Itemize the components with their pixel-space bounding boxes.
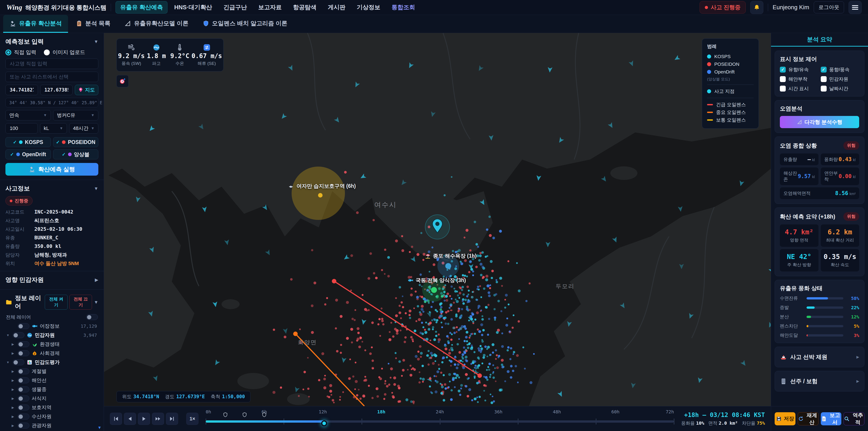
- amount-input[interactable]: [5, 123, 38, 133]
- tree-expand-icon[interactable]: ▼: [5, 361, 10, 364]
- skip-to-end-button[interactable]: [166, 413, 178, 425]
- danger-badge: 위험: [843, 141, 859, 150]
- checkbox-icon: [780, 86, 786, 92]
- stat-weathered: 풍화량0.43kl: [821, 153, 860, 165]
- accident-point-marker[interactable]: [432, 219, 443, 235]
- layer-toggle[interactable]: [18, 423, 29, 429]
- tree-expand-icon[interactable]: ▶: [10, 370, 16, 373]
- layer-toggle[interactable]: [18, 387, 29, 392]
- tree-expand-icon[interactable]: ▶: [10, 378, 16, 382]
- chevron-down-icon: ▼: [91, 126, 94, 130]
- timeline-slider[interactable]: 0h6h12h18h24h36h48h60h72h: [204, 406, 676, 431]
- nav-item-reports[interactable]: 보고자료: [254, 1, 286, 13]
- nav-item-weather[interactable]: 기상정보: [352, 1, 385, 13]
- recenter-target-button[interactable]: [116, 75, 129, 87]
- longitude-input[interactable]: [40, 85, 73, 95]
- nav-item-hns[interactable]: HNS·대기확산: [170, 1, 217, 13]
- radio-image-upload[interactable]: 이미지 업로드: [44, 49, 85, 56]
- tree-expand-icon[interactable]: ▶: [10, 424, 16, 427]
- model-chip-kosps[interactable]: ✓ KOSPS: [5, 137, 51, 147]
- unit-select[interactable]: kL▼: [40, 123, 67, 133]
- nav-item-rescue[interactable]: 긴급구난: [219, 1, 251, 13]
- duration-select[interactable]: 48시간▼: [69, 123, 98, 133]
- tree-expand-icon[interactable]: ▶: [10, 388, 16, 391]
- nav-item-oil-spill-forecast[interactable]: 유출유 확산예측: [116, 1, 167, 13]
- recalculate-button[interactable]: 재계산: [798, 412, 818, 425]
- moneybag-icon: [32, 350, 37, 356]
- layer-toggle[interactable]: [18, 323, 29, 329]
- pick-on-map-button[interactable]: 지도: [75, 85, 98, 95]
- logout-button[interactable]: 로그아웃: [814, 1, 844, 13]
- skip-to-start-button[interactable]: [110, 413, 122, 425]
- checkbox-current-dir[interactable]: 유향/유속: [780, 66, 818, 73]
- accident-info-table: 사고코드INC-2025-0042 사고명씨프린스호 사고일시2025-02-1…: [5, 209, 98, 267]
- accident-info-header[interactable]: 사고정보 ▼: [5, 183, 98, 194]
- timeline-track[interactable]: [206, 420, 674, 423]
- impacted-resources-section: 영향 민감자원 ▶: [0, 271, 104, 289]
- all-layers-off-button[interactable]: 전체 끄기: [69, 295, 92, 310]
- layer-toggle[interactable]: [18, 396, 29, 401]
- backtrack-button[interactable]: 역추적: [844, 412, 864, 425]
- model-chip-poseidon[interactable]: ✓ POSEIDON: [53, 137, 98, 147]
- impacted-resources-header[interactable]: 영향 민감자원 ▶: [5, 274, 98, 285]
- layer-toggle[interactable]: [18, 377, 29, 383]
- info-layers-header[interactable]: 정보 레이어 전체 켜기 전체 끄기 ▼: [5, 293, 98, 312]
- model-chip-opendrift[interactable]: ✓ OpenDrift: [5, 149, 51, 159]
- checkbox-time-display[interactable]: 시간 표시: [780, 86, 818, 92]
- fast-forward-button[interactable]: [152, 413, 164, 425]
- layer-toggle[interactable]: [13, 332, 24, 338]
- timeline-thumb[interactable]: [321, 420, 327, 426]
- latitude-input[interactable]: [5, 85, 38, 95]
- tree-expand-icon[interactable]: ▼: [5, 333, 10, 337]
- layer-toggle[interactable]: [18, 341, 29, 347]
- left-sidebar: 예측정보 입력 ▼ 직접 입력 이미지 업로드: [0, 33, 104, 431]
- checkbox-datetime[interactable]: 날짜시간: [821, 86, 860, 92]
- incident-name-input[interactable]: [5, 59, 98, 69]
- bell-icon: [753, 4, 760, 11]
- layer-toggle[interactable]: [13, 359, 24, 365]
- spill-type-select[interactable]: 연속▼: [5, 110, 51, 120]
- place-label-dumo: 두모리: [556, 282, 575, 290]
- layer-toggle[interactable]: [18, 405, 29, 410]
- layer-toggle[interactable]: [18, 413, 29, 420]
- notifications-button[interactable]: [750, 1, 763, 14]
- tab-oilfence-theory[interactable]: 오일펜스 배치 알고리즘 이론: [196, 15, 294, 33]
- run-prediction-button[interactable]: 확산예측 실행: [5, 163, 98, 176]
- master-layer-toggle[interactable]: [86, 314, 98, 320]
- nav-item-board[interactable]: 게시판: [323, 1, 350, 13]
- incident-list-input[interactable]: [5, 72, 98, 82]
- owner-insurance-card[interactable]: 선주 / 보험 ▶: [775, 371, 864, 392]
- playback-speed-button[interactable]: 1×: [186, 413, 198, 425]
- tree-expand-icon[interactable]: ▶: [10, 406, 16, 409]
- checkbox-sensitive-resources[interactable]: 민감자원: [821, 76, 860, 82]
- nav-item-integrated-query[interactable]: 통합조회: [387, 1, 420, 13]
- tab-model-theory[interactable]: 유출유확산모델 이론: [118, 15, 195, 33]
- weathering-bar: 펜스차단5%: [780, 323, 859, 329]
- checkbox-shore-attach[interactable]: 해안부착: [780, 76, 818, 82]
- vessel-spec-card[interactable]: 사고 선박 제원 ▶: [775, 347, 864, 367]
- tab-diffusion-analysis[interactable]: 유출유 확산분석: [3, 15, 68, 33]
- report-button[interactable]: 보고서: [821, 412, 842, 425]
- radio-direct-input[interactable]: 직접 입력: [5, 49, 36, 56]
- model-chip-ensemble[interactable]: ✓ 앙상블: [53, 149, 98, 159]
- tree-expand-icon[interactable]: ▶: [10, 342, 16, 346]
- tree-expand-icon[interactable]: ▶: [10, 351, 16, 355]
- chart-icon: [27, 359, 33, 365]
- layer-toggle[interactable]: [18, 368, 29, 374]
- layer-toggle[interactable]: [18, 350, 29, 356]
- map-canvas[interactable]: 9.2 m/s 풍속 (SW) 1.8 m 파고 9.2°C 수온: [104, 33, 771, 406]
- save-button[interactable]: 저장: [775, 412, 796, 425]
- tree-expand-icon[interactable]: ▶: [10, 415, 16, 418]
- prediction-input-header[interactable]: 예측정보 입력 ▼: [5, 36, 98, 47]
- checkbox-wind-dir[interactable]: 풍향/풍속: [821, 66, 860, 73]
- polygon-analysis-button[interactable]: 다각형 분석수행: [780, 116, 859, 128]
- tab-analysis-list[interactable]: 분석 목록: [69, 15, 117, 33]
- tree-expand-icon[interactable]: ▶: [10, 397, 16, 400]
- nav-item-aerial-search[interactable]: 항공탐색: [288, 1, 321, 13]
- step-back-button[interactable]: [124, 413, 136, 425]
- play-button[interactable]: [138, 413, 150, 425]
- menu-button[interactable]: [848, 1, 862, 14]
- all-layers-on-button[interactable]: 전체 켜기: [45, 295, 67, 310]
- scroll-down-indicator[interactable]: ▼: [97, 425, 101, 430]
- oil-type-select[interactable]: 벙커C유▼: [53, 110, 98, 120]
